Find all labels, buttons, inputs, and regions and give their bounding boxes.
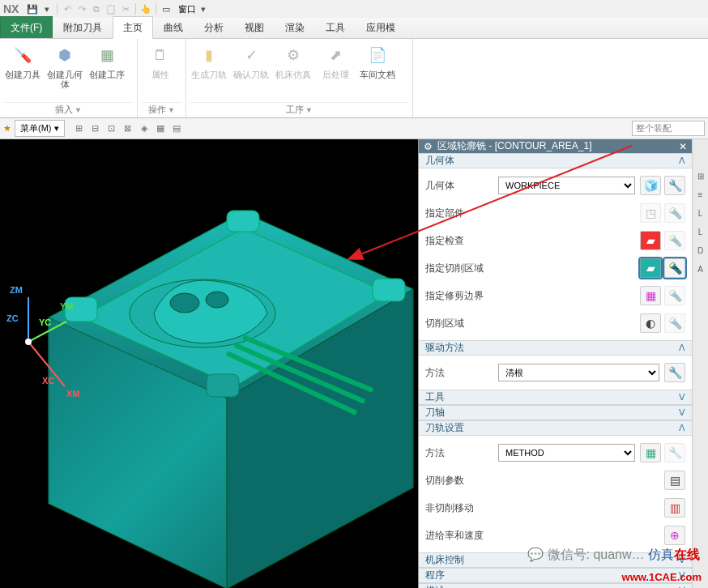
view-icon[interactable]: ⊟: [88, 121, 103, 136]
tab-analysis[interactable]: 分析: [194, 16, 234, 38]
close-icon[interactable]: ✕: [679, 141, 687, 152]
resource-tab[interactable]: A: [697, 265, 703, 274]
section-tool-axis[interactable]: 刀轴ᐯ: [419, 405, 692, 420]
check-label: 指定检查: [425, 234, 498, 248]
window-menu[interactable]: 窗口: [178, 3, 196, 15]
tool-icon: 🪛: [10, 42, 36, 68]
tab-view[interactable]: 视图: [234, 16, 275, 38]
method-select[interactable]: METHOD: [498, 444, 635, 462]
group-procedure-label: 工序: [286, 104, 304, 114]
resource-tab[interactable]: L: [698, 209, 703, 218]
shop-doc-button[interactable]: 📄车间文档: [358, 40, 397, 81]
sub-toolbar: ★ 菜单(M) ▾ ⊞ ⊟ ⊡ ⊠ ◈ ▦ ▤ 整个装配: [0, 118, 708, 139]
tab-file[interactable]: 文件(F): [0, 16, 53, 38]
cut-area-label: 指定切削区域: [425, 262, 498, 275]
wrench-icon[interactable]: 🔧: [664, 176, 685, 195]
section-path-settings[interactable]: 刀轨设置ᐱ: [419, 420, 692, 436]
chevron-down-icon[interactable]: ▼: [305, 106, 313, 114]
row-check: 指定检查 ▰🔦: [425, 227, 685, 254]
tab-app[interactable]: 应用模: [356, 16, 406, 38]
properties-icon: 🗒: [147, 42, 173, 68]
dialog-title: 区域轮廓铣 - [CONTOUR_AREA_1]: [437, 139, 591, 153]
chevron-down-icon: ᐯ: [679, 392, 685, 403]
tab-home[interactable]: 主页: [113, 16, 153, 39]
noncut-moves-icon[interactable]: ▥: [664, 498, 685, 518]
wrench-icon[interactable]: 🔧: [664, 363, 685, 382]
section-geometry[interactable]: 几何体ᐱ: [419, 153, 692, 168]
geometry-select[interactable]: WORKPIECE: [498, 177, 635, 194]
cut-params-icon[interactable]: ▤: [664, 471, 685, 490]
verify-toolpath-button: ✓确认刀轨: [232, 40, 271, 81]
create-tool-button[interactable]: 🪛创建刀具: [3, 40, 42, 91]
row-drive-method: 方法 清根 🔧: [425, 359, 685, 386]
cut-region-icon[interactable]: ◐: [640, 313, 661, 333]
group-insert-label: 插入: [55, 104, 73, 114]
geometry-icon: ⬢: [52, 42, 78, 68]
verify-icon: ✓: [238, 42, 264, 68]
shopdoc-icon: 📄: [365, 42, 390, 68]
feeds-speeds-label: 进给率和速度: [425, 529, 659, 543]
view-icon[interactable]: ▦: [153, 121, 168, 136]
geometry-label: 几何体: [425, 179, 498, 193]
create-operation-button[interactable]: ▦创建工序: [87, 40, 126, 91]
method-label: 方法: [425, 366, 498, 380]
view-icon[interactable]: ⊡: [104, 121, 119, 136]
view-icon[interactable]: ▤: [169, 121, 184, 136]
website-url: www.1CAE.com: [622, 571, 702, 583]
section-drive-method[interactable]: 驱动方法ᐱ: [419, 340, 692, 356]
feeds-speeds-icon[interactable]: ⊕: [664, 526, 685, 545]
resource-tab[interactable]: D: [697, 246, 703, 255]
svg-line-9: [28, 342, 65, 386]
copy-icon[interactable]: ⧉: [89, 2, 104, 16]
flashlight-icon[interactable]: 🔦: [664, 258, 685, 278]
tab-render[interactable]: 渲染: [275, 16, 315, 38]
save-icon[interactable]: 💾: [25, 2, 40, 16]
svg-rect-3: [207, 374, 239, 397]
paste-icon[interactable]: 📋: [104, 2, 118, 16]
check-body-icon[interactable]: ▰: [640, 231, 661, 250]
chevron-up-icon: ᐱ: [679, 156, 685, 166]
cut-region-label: 切削区域: [425, 317, 498, 330]
redo-icon[interactable]: ↷: [75, 2, 89, 16]
watermark: 💬 微信号: quanw… 仿真在线: [527, 547, 700, 564]
undo-icon[interactable]: ↶: [60, 2, 75, 16]
touch-icon[interactable]: 👆: [139, 2, 153, 16]
dropdown-icon[interactable]: ▾: [196, 2, 211, 16]
cut-icon[interactable]: ✂: [118, 2, 133, 16]
cut-params-label: 切削参数: [425, 474, 659, 488]
svg-point-10: [25, 339, 32, 345]
tab-extra-tools[interactable]: 附加刀具: [53, 16, 113, 38]
tab-tool[interactable]: 工具: [315, 16, 356, 38]
section-tool[interactable]: 工具ᐯ: [419, 390, 692, 405]
chevron-down-icon: ᐯ: [679, 407, 685, 418]
gear-icon: ⚙: [424, 141, 433, 152]
menu-button[interactable]: 菜单(M) ▾: [15, 120, 65, 137]
geometry-edit-icon[interactable]: 🧊: [640, 176, 661, 195]
chevron-up-icon: ᐱ: [679, 343, 685, 353]
drive-method-select[interactable]: 清根: [498, 364, 659, 381]
flashlight-icon: 🔦: [664, 231, 685, 250]
title-bar: NX 💾 ▾ ↶ ↷ ⧉ 📋 ✂ 👆 ▭ 窗口 ▾: [0, 0, 708, 18]
view-icon[interactable]: ⊠: [121, 121, 135, 136]
ribbon-tabs: 文件(F) 附加刀具 主页 曲线 分析 视图 渲染 工具 应用模: [0, 18, 708, 39]
side-icon[interactable]: ⊞: [697, 172, 704, 181]
view-icon[interactable]: ◈: [137, 121, 151, 136]
create-geometry-button[interactable]: ⬢创建几何体: [45, 40, 84, 91]
method-edit-icon[interactable]: ▦: [640, 443, 661, 462]
trim-boundary-icon[interactable]: ▦: [640, 286, 661, 305]
cut-area-icon[interactable]: ▰: [640, 258, 661, 278]
chevron-down-icon[interactable]: ▼: [75, 106, 82, 114]
tab-curve[interactable]: 曲线: [153, 16, 194, 38]
side-icon[interactable]: ≡: [698, 190, 703, 199]
resource-tab[interactable]: L: [698, 228, 703, 236]
dropdown-icon[interactable]: ▾: [40, 2, 54, 16]
assembly-selector[interactable]: 整个装配: [632, 121, 705, 136]
graphics-viewport[interactable]: ZM ZC YC YM XC XM: [0, 139, 418, 588]
row-geometry: 几何体 WORKPIECE 🧊 🔧: [425, 172, 685, 199]
view-icon[interactable]: ⊞: [72, 121, 87, 136]
properties-button: 🗒属性: [141, 40, 180, 81]
row-cut-region: 切削区域 ◐🔦: [425, 309, 685, 337]
chevron-down-icon[interactable]: ▼: [168, 106, 175, 114]
window-icon[interactable]: ▭: [159, 2, 173, 16]
section-description[interactable]: 描述ᐯ: [419, 583, 692, 588]
